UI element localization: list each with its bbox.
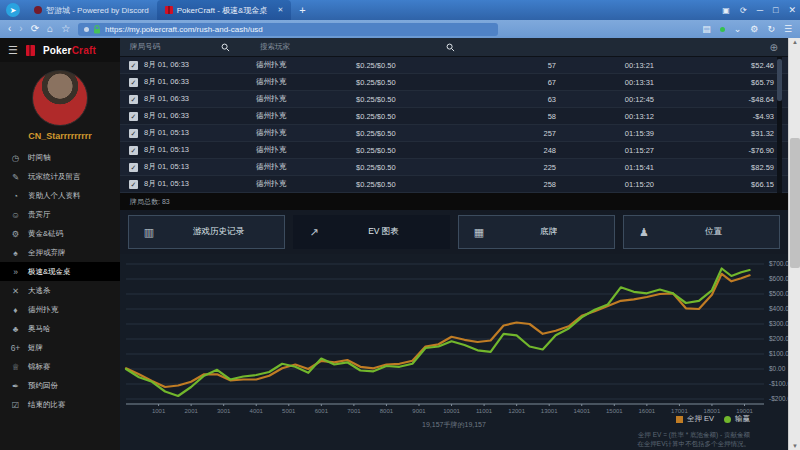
tab-game-history[interactable]: ▥游戏历史记录: [128, 215, 285, 249]
sidebar-item-player-stats-notes[interactable]: ✎玩家统计及留言: [0, 167, 120, 186]
row-checkbox[interactable]: ✓: [129, 163, 138, 172]
row-checkbox[interactable]: ✓: [129, 146, 138, 155]
tab-hole-cards[interactable]: ▦底牌: [458, 215, 615, 249]
session-date: 8月 01, 06:33: [144, 94, 256, 104]
sidebar-item-holdem[interactable]: ♦德州扑克: [0, 300, 120, 319]
stakes: $0.25/$0.50: [356, 61, 468, 70]
row-checkbox[interactable]: ✓: [129, 95, 138, 104]
staking-profile-icon: ◔: [10, 191, 21, 201]
tab-label: EV 图表: [330, 226, 437, 238]
svg-text:8001: 8001: [380, 408, 394, 414]
browser-tab-pokercraft[interactable]: PokerCraft - 极速&现金桌 ✕: [157, 0, 292, 20]
ev-chart-icon: ↗: [306, 226, 322, 239]
duration: 00:13:12: [556, 112, 654, 121]
table-row[interactable]: ✓8月 01, 06:33德州扑克$0.25/$0.506300:12:45-$…: [120, 91, 788, 108]
search-icon[interactable]: [221, 43, 230, 52]
browser-titlebar: ➤ 智游城 - Powered by Discord PokerCraft - …: [0, 0, 800, 20]
sidebar: ☰ PokerCraft CN_Starrrrrrrrr ◷时间轴✎玩家统计及留…: [0, 38, 120, 450]
forward-icon[interactable]: ›: [19, 24, 22, 34]
main-content: 牌局号码 搜索玩家 ⊕ ✓8月 01, 06:33德州扑克$0.25/$0.50…: [120, 38, 788, 450]
browser-menu-icon[interactable]: ☰: [784, 24, 792, 34]
sidebar-item-short-deck[interactable]: 6+短牌: [0, 338, 120, 357]
new-tab-button[interactable]: +: [299, 4, 305, 16]
row-checkbox[interactable]: ✓: [129, 61, 138, 70]
svg-text:12001: 12001: [508, 408, 525, 414]
duration: 00:13:31: [556, 78, 654, 87]
row-checkbox[interactable]: ✓: [129, 78, 138, 87]
svg-text:-$200.00: -$200.00: [769, 395, 788, 402]
maximize-button[interactable]: □: [773, 5, 778, 15]
status-dot-icon[interactable]: [720, 24, 725, 34]
table-row[interactable]: ✓8月 01, 06:33德州扑克$0.25/$0.505800:13:12-$…: [120, 108, 788, 125]
search-icon[interactable]: [446, 43, 455, 52]
table-row[interactable]: ✓8月 01, 05:13德州扑克$0.25/$0.5025701:15:39$…: [120, 125, 788, 142]
avatar[interactable]: [32, 70, 88, 126]
table-scrollbar[interactable]: [777, 57, 782, 193]
sidebar-item-label: 大逃杀: [28, 286, 51, 296]
session-date: 8月 01, 06:33: [144, 111, 256, 121]
extensions-icon[interactable]: ▤: [702, 24, 711, 34]
language-globe-icon[interactable]: ⊕: [770, 42, 778, 53]
svg-text:9001: 9001: [412, 408, 426, 414]
svg-text:-$100.00: -$100.00: [769, 380, 788, 387]
browser-tab-discord[interactable]: 智游城 - Powered by Discord: [26, 0, 157, 20]
sidebar-item-battle-royale[interactable]: ✕大逃杀: [0, 281, 120, 300]
player-search-input[interactable]: 搜索玩家: [260, 42, 440, 52]
tab-position[interactable]: ♟位置: [623, 215, 780, 249]
row-checkbox[interactable]: ✓: [129, 112, 138, 121]
hands-count: 248: [468, 146, 556, 155]
session-result: -$48.64: [654, 95, 774, 104]
sidebar-item-timeline[interactable]: ◷时间轴: [0, 148, 120, 167]
row-checkbox[interactable]: ✓: [129, 129, 138, 138]
back-icon[interactable]: ‹: [8, 24, 11, 34]
tab-close-icon[interactable]: ✕: [277, 6, 283, 14]
sidebar-item-label: 贵宾厅: [28, 210, 51, 220]
minimize-button[interactable]: ─: [757, 5, 763, 15]
profile-badge-icon[interactable]: ▣: [722, 6, 730, 15]
https-lock-icon: [93, 25, 101, 34]
stakes: $0.25/$0.50: [356, 180, 468, 189]
table-row[interactable]: ✓8月 01, 05:13德州扑克$0.25/$0.5022501:15:41$…: [120, 159, 788, 176]
tab-ev-chart[interactable]: ↗EV 图表: [293, 215, 450, 249]
sidebar-item-tournament[interactable]: ♕锦标赛: [0, 357, 120, 376]
telegram-icon[interactable]: ➤: [6, 3, 20, 17]
sidebar-item-all-in-or-fold[interactable]: ♠全押或弃牌: [0, 243, 120, 262]
sidebar-item-finished-events[interactable]: ☑结束的比赛: [0, 395, 120, 414]
svg-text:5001: 5001: [282, 408, 296, 414]
table-row[interactable]: ✓8月 01, 05:13德州扑克$0.25/$0.5025801:15:20$…: [120, 176, 788, 193]
site-info-icon[interactable]: [84, 27, 89, 32]
sidebar-item-staking-profile[interactable]: ◔资助人个人资料: [0, 186, 120, 205]
hands-count: 58: [468, 112, 556, 121]
table-row[interactable]: ✓8月 01, 05:13德州扑克$0.25/$0.5024801:15:27-…: [120, 142, 788, 159]
session-history-table: ✓8月 01, 06:33德州扑克$0.25/$0.505700:13:21$5…: [120, 56, 788, 193]
scroll-down-icon[interactable]: ▼: [789, 443, 800, 449]
total-hands-count: 牌局总数: 83: [130, 197, 170, 207]
sidebar-hamburger-icon[interactable]: ☰: [8, 44, 18, 57]
tab-label: 位置: [660, 226, 767, 238]
row-checkbox[interactable]: ✓: [129, 180, 138, 189]
booked-staking-icon: ✒: [10, 381, 21, 391]
settings-gear-icon[interactable]: ⚙: [750, 24, 758, 34]
page-scrollbar[interactable]: ▲ ▼: [788, 38, 800, 450]
scrollbar-thumb[interactable]: [790, 138, 800, 268]
username: CN_Starrrrrrrrr: [28, 131, 92, 141]
caret-down-icon[interactable]: ⌄: [734, 24, 742, 34]
hand-number-input[interactable]: 牌局号码: [130, 42, 215, 52]
bookmark-star-icon[interactable]: ☆: [61, 24, 70, 34]
tournament-icon: ♕: [10, 362, 21, 372]
scroll-up-icon[interactable]: ▲: [789, 39, 800, 45]
table-row[interactable]: ✓8月 01, 06:33德州扑克$0.25/$0.506700:13:31$6…: [120, 74, 788, 91]
close-button[interactable]: ✕: [788, 5, 796, 15]
sidebar-item-omaha[interactable]: ♣奥马哈: [0, 319, 120, 338]
refresh-icon[interactable]: ⟳: [31, 24, 39, 34]
sidebar-item-vip-lounge[interactable]: ☺贵宾厅: [0, 205, 120, 224]
address-bar[interactable]: https://my.pokercraft.com/rush-and-cash/…: [78, 23, 498, 36]
sidebar-item-gold-tokens[interactable]: ⚙黄金&砝码: [0, 224, 120, 243]
sidebar-item-rush-and-cash[interactable]: »极速&现金桌: [0, 262, 120, 281]
svg-text:11001: 11001: [476, 408, 493, 414]
table-row[interactable]: ✓8月 01, 06:33德州扑克$0.25/$0.505700:13:21$5…: [120, 57, 788, 74]
history-icon[interactable]: ↻: [767, 24, 775, 34]
home-icon[interactable]: ⌂: [47, 24, 53, 34]
share-icon[interactable]: ⟳: [740, 6, 747, 15]
sidebar-item-booked-staking[interactable]: ✒预约回份: [0, 376, 120, 395]
